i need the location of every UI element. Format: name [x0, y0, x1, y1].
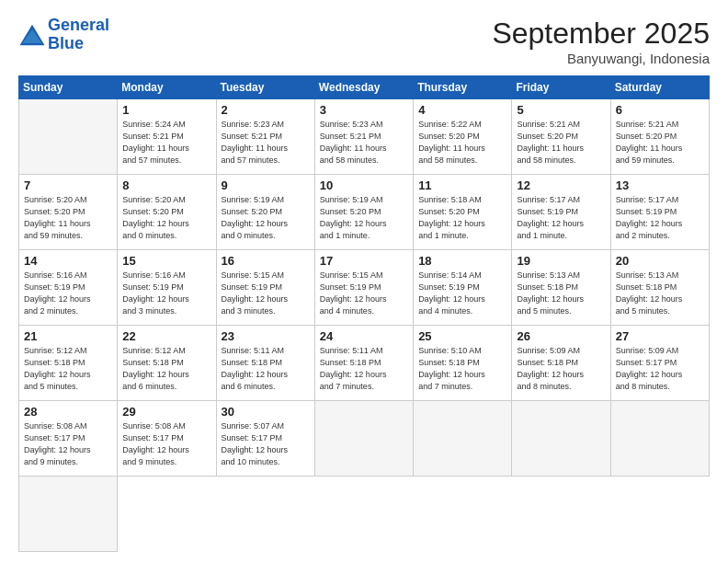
title-block: September 2025 Banyuwangi, Indonesia: [492, 17, 710, 66]
header-sunday: Sunday: [19, 76, 118, 99]
day-number: 18: [418, 254, 506, 268]
day-info: Sunrise: 5:14 AM Sunset: 5:19 PM Dayligh…: [418, 270, 506, 317]
day-number: 1: [122, 103, 210, 117]
table-row: 8Sunrise: 5:20 AM Sunset: 5:20 PM Daylig…: [118, 175, 216, 250]
day-number: 2: [222, 103, 310, 117]
day-number: 3: [320, 103, 408, 117]
table-row: 22Sunrise: 5:12 AM Sunset: 5:18 PM Dayli…: [118, 326, 216, 401]
subtitle: Banyuwangi, Indonesia: [492, 51, 710, 66]
weekday-header-row: Sunday Monday Tuesday Wednesday Thursday…: [19, 76, 710, 99]
table-row: [610, 401, 709, 477]
day-number: 8: [122, 178, 210, 192]
header-tuesday: Tuesday: [216, 76, 314, 99]
table-row: 24Sunrise: 5:11 AM Sunset: 5:18 PM Dayli…: [314, 326, 413, 401]
logo-line2: Blue: [48, 35, 109, 53]
table-row: 30Sunrise: 5:07 AM Sunset: 5:17 PM Dayli…: [216, 401, 314, 477]
day-number: 5: [517, 103, 605, 117]
table-row: 3Sunrise: 5:23 AM Sunset: 5:21 PM Daylig…: [314, 99, 413, 175]
day-info: Sunrise: 5:16 AM Sunset: 5:19 PM Dayligh…: [122, 270, 210, 317]
table-row: 1Sunrise: 5:24 AM Sunset: 5:21 PM Daylig…: [118, 99, 216, 175]
day-info: Sunrise: 5:17 AM Sunset: 5:19 PM Dayligh…: [616, 194, 704, 242]
table-row: [19, 477, 118, 552]
day-info: Sunrise: 5:19 AM Sunset: 5:20 PM Dayligh…: [320, 194, 408, 242]
day-number: 23: [222, 329, 310, 343]
day-info: Sunrise: 5:18 AM Sunset: 5:20 PM Dayligh…: [418, 194, 506, 242]
table-row: 28Sunrise: 5:08 AM Sunset: 5:17 PM Dayli…: [19, 401, 118, 477]
day-info: Sunrise: 5:12 AM Sunset: 5:18 PM Dayligh…: [122, 345, 210, 393]
day-info: Sunrise: 5:13 AM Sunset: 5:18 PM Dayligh…: [616, 270, 704, 317]
day-number: 17: [320, 254, 408, 268]
table-row: 2Sunrise: 5:23 AM Sunset: 5:21 PM Daylig…: [216, 99, 314, 175]
day-info: Sunrise: 5:16 AM Sunset: 5:19 PM Dayligh…: [24, 270, 112, 317]
day-info: Sunrise: 5:22 AM Sunset: 5:20 PM Dayligh…: [418, 119, 506, 167]
month-title: September 2025: [492, 17, 710, 51]
table-row: 5Sunrise: 5:21 AM Sunset: 5:20 PM Daylig…: [512, 99, 610, 175]
table-row: 21Sunrise: 5:12 AM Sunset: 5:18 PM Dayli…: [19, 326, 118, 401]
table-row: 13Sunrise: 5:17 AM Sunset: 5:19 PM Dayli…: [610, 175, 709, 250]
day-number: 19: [517, 254, 605, 268]
table-row: 4Sunrise: 5:22 AM Sunset: 5:20 PM Daylig…: [414, 99, 512, 175]
table-row: 17Sunrise: 5:15 AM Sunset: 5:19 PM Dayli…: [314, 250, 413, 326]
day-number: 22: [122, 329, 210, 343]
header-saturday: Saturday: [610, 76, 709, 99]
header-monday: Monday: [118, 76, 216, 99]
day-info: Sunrise: 5:24 AM Sunset: 5:21 PM Dayligh…: [122, 119, 210, 167]
table-row: [19, 99, 118, 175]
table-row: 19Sunrise: 5:13 AM Sunset: 5:18 PM Dayli…: [512, 250, 610, 326]
day-number: 7: [24, 178, 112, 192]
logo: General Blue: [18, 17, 109, 53]
day-number: 14: [24, 254, 112, 268]
day-info: Sunrise: 5:07 AM Sunset: 5:17 PM Dayligh…: [222, 420, 310, 468]
day-info: Sunrise: 5:09 AM Sunset: 5:18 PM Dayligh…: [517, 345, 605, 393]
day-info: Sunrise: 5:19 AM Sunset: 5:20 PM Dayligh…: [222, 194, 310, 242]
calendar-row: 28Sunrise: 5:08 AM Sunset: 5:17 PM Dayli…: [19, 401, 710, 477]
day-number: 6: [616, 103, 704, 117]
day-number: 21: [24, 329, 112, 343]
day-info: Sunrise: 5:08 AM Sunset: 5:17 PM Dayligh…: [24, 420, 112, 468]
day-info: Sunrise: 5:11 AM Sunset: 5:18 PM Dayligh…: [320, 345, 408, 393]
header-wednesday: Wednesday: [314, 76, 413, 99]
header-thursday: Thursday: [414, 76, 512, 99]
day-info: Sunrise: 5:21 AM Sunset: 5:20 PM Dayligh…: [616, 119, 704, 167]
day-number: 16: [222, 254, 310, 268]
table-row: 16Sunrise: 5:15 AM Sunset: 5:19 PM Dayli…: [216, 250, 314, 326]
day-number: 12: [517, 178, 605, 192]
table-row: 23Sunrise: 5:11 AM Sunset: 5:18 PM Dayli…: [216, 326, 314, 401]
day-info: Sunrise: 5:11 AM Sunset: 5:18 PM Dayligh…: [222, 345, 310, 393]
table-row: 26Sunrise: 5:09 AM Sunset: 5:18 PM Dayli…: [512, 326, 610, 401]
header: General Blue September 2025 Banyuwangi, …: [18, 17, 710, 66]
day-number: 26: [517, 329, 605, 343]
day-info: Sunrise: 5:15 AM Sunset: 5:19 PM Dayligh…: [320, 270, 408, 317]
day-info: Sunrise: 5:15 AM Sunset: 5:19 PM Dayligh…: [222, 270, 310, 317]
day-info: Sunrise: 5:21 AM Sunset: 5:20 PM Dayligh…: [517, 119, 605, 167]
table-row: 10Sunrise: 5:19 AM Sunset: 5:20 PM Dayli…: [314, 175, 413, 250]
day-info: Sunrise: 5:09 AM Sunset: 5:17 PM Dayligh…: [616, 345, 704, 393]
calendar-page: General Blue September 2025 Banyuwangi, …: [0, 0, 728, 563]
table-row: 7Sunrise: 5:20 AM Sunset: 5:20 PM Daylig…: [19, 175, 118, 250]
day-number: 10: [320, 178, 408, 192]
day-number: 25: [418, 329, 506, 343]
day-number: 30: [222, 405, 310, 419]
day-number: 20: [616, 254, 704, 268]
day-info: Sunrise: 5:08 AM Sunset: 5:17 PM Dayligh…: [122, 420, 210, 468]
table-row: 15Sunrise: 5:16 AM Sunset: 5:19 PM Dayli…: [118, 250, 216, 326]
table-row: 9Sunrise: 5:19 AM Sunset: 5:20 PM Daylig…: [216, 175, 314, 250]
table-row: [414, 401, 512, 477]
logo-line1: General: [48, 17, 109, 35]
day-info: Sunrise: 5:10 AM Sunset: 5:18 PM Dayligh…: [418, 345, 506, 393]
calendar-row: 1Sunrise: 5:24 AM Sunset: 5:21 PM Daylig…: [19, 99, 710, 175]
table-row: 25Sunrise: 5:10 AM Sunset: 5:18 PM Dayli…: [414, 326, 512, 401]
table-row: 27Sunrise: 5:09 AM Sunset: 5:17 PM Dayli…: [610, 326, 709, 401]
day-number: 27: [616, 329, 704, 343]
day-info: Sunrise: 5:20 AM Sunset: 5:20 PM Dayligh…: [24, 194, 112, 242]
table-row: [314, 401, 413, 477]
day-number: 28: [24, 405, 112, 419]
calendar-row: 7Sunrise: 5:20 AM Sunset: 5:20 PM Daylig…: [19, 175, 710, 250]
day-info: Sunrise: 5:23 AM Sunset: 5:21 PM Dayligh…: [222, 119, 310, 167]
calendar-table: Sunday Monday Tuesday Wednesday Thursday…: [18, 75, 710, 552]
day-info: Sunrise: 5:13 AM Sunset: 5:18 PM Dayligh…: [517, 270, 605, 317]
table-row: 14Sunrise: 5:16 AM Sunset: 5:19 PM Dayli…: [19, 250, 118, 326]
table-row: 6Sunrise: 5:21 AM Sunset: 5:20 PM Daylig…: [610, 99, 709, 175]
day-info: Sunrise: 5:20 AM Sunset: 5:20 PM Dayligh…: [122, 194, 210, 242]
table-row: 12Sunrise: 5:17 AM Sunset: 5:19 PM Dayli…: [512, 175, 610, 250]
